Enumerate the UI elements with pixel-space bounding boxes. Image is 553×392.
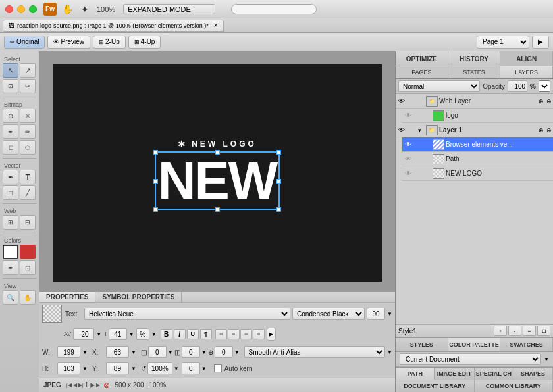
pct-arrow[interactable]: ▼ — [151, 331, 157, 337]
tracking-arrow[interactable]: ▼ — [96, 331, 101, 337]
paint-bucket-tool[interactable]: ⊡ — [20, 260, 36, 275]
next-frame-btn[interactable]: |▶ — [90, 382, 95, 388]
last-frame-btn[interactable]: ▶| — [96, 382, 101, 388]
opacity-value[interactable]: 100 — [508, 80, 527, 92]
hotspot-tool[interactable]: ⊞ — [3, 215, 18, 230]
eraser-tool[interactable]: ◻ — [3, 140, 18, 155]
rect-tool[interactable]: □ — [3, 185, 18, 200]
first-frame-btn[interactable]: |◀ — [66, 382, 72, 388]
brush-tool[interactable]: ✒ — [3, 124, 18, 139]
w-input[interactable]: 199 — [57, 346, 80, 358]
layers-subtab[interactable]: LAYERS — [500, 66, 553, 78]
stop-btn[interactable]: ⊗ — [103, 381, 110, 390]
duplicate-style-btn[interactable]: ⊡ — [537, 326, 550, 336]
layer-options-icon[interactable]: ⊕ — [539, 98, 544, 105]
rotate-input[interactable]: 100% — [147, 362, 172, 374]
x-arrow[interactable]: ▼ — [131, 349, 136, 355]
handle-ml[interactable] — [153, 179, 158, 184]
color-palette-arrow[interactable]: ▼ — [544, 356, 549, 362]
layer-eye-browser[interactable]: 👁 — [404, 140, 413, 149]
h-arrow[interactable]: ▼ — [82, 366, 88, 372]
magic-wand-tool[interactable]: ✳ — [20, 109, 36, 123]
more-text-btn[interactable]: ▶ — [267, 328, 276, 341]
slice-tool[interactable]: ⊟ — [20, 215, 36, 230]
document-library-tab[interactable]: DOCUMENT LIBRARY — [396, 380, 475, 392]
black-canvas[interactable]: ✱ NEW LOGO — [53, 64, 382, 282]
antialias-select[interactable]: Smooth Anti-Alias — [244, 346, 385, 358]
styles-tab[interactable]: STYLES — [396, 338, 448, 351]
fill-color[interactable] — [20, 245, 36, 259]
zoom-tool[interactable]: 🔍 — [3, 290, 18, 305]
layer-item-logo[interactable]: 👁 logo — [402, 109, 553, 123]
layer-item-path[interactable]: 👁 Path — [402, 152, 553, 166]
play-btn[interactable]: ▶| — [78, 382, 84, 388]
leading-arrow[interactable]: ▼ — [129, 331, 134, 337]
file-tab[interactable]: 🖼 reaction-logo-source.png : Page 1 @ 10… — [3, 20, 224, 32]
common-library-tab[interactable]: COMMON LIBRARY — [475, 380, 554, 392]
layer-item-layer1[interactable]: 👁 ▾ 📁 Layer 1 ⊕ ⊗ — [396, 123, 553, 137]
leading-input[interactable]: 41 — [109, 328, 127, 340]
layer1-delete-icon[interactable]: ⊗ — [546, 127, 552, 134]
current-doc-select[interactable]: Current Document — [400, 353, 541, 365]
scale-input[interactable]: 0 — [215, 346, 233, 358]
offset-input[interactable]: 0 — [182, 362, 200, 374]
layer-expand-layer1[interactable]: ▾ — [418, 127, 425, 134]
optimize-tab[interactable]: OPTIMIZE — [396, 51, 448, 66]
blend-mode-select[interactable]: Normal — [398, 80, 480, 92]
opacity-stepper[interactable] — [539, 80, 550, 92]
align-tab[interactable]: ALIGN — [500, 51, 553, 66]
para-btn[interactable]: ¶ — [200, 329, 212, 339]
font-size-input[interactable]: 90 — [367, 308, 385, 320]
tracking-input[interactable]: -20 — [73, 328, 94, 340]
underline-btn[interactable]: U — [187, 329, 199, 339]
w-arrow[interactable]: ▼ — [82, 349, 88, 355]
crop-tool[interactable]: ✂ — [20, 79, 36, 93]
x-input[interactable]: 63 — [106, 346, 129, 358]
hand-tool[interactable]: ✋ — [20, 290, 36, 305]
pad2-arrow[interactable]: ▼ — [201, 349, 207, 355]
eyedropper-tool[interactable]: ✒ — [3, 260, 18, 275]
handle-tl[interactable] — [153, 150, 158, 155]
pen-tool[interactable]: ✒ — [3, 170, 18, 184]
mode-select[interactable]: EXPANDED MODE — [123, 4, 215, 14]
align-center-btn[interactable]: ≡ — [228, 329, 240, 339]
align-left-btn[interactable]: ≡ — [215, 329, 227, 339]
select-tool[interactable]: ↖ — [3, 63, 18, 78]
new-text-block[interactable]: NEW — [158, 155, 277, 207]
preview-view-btn[interactable]: 👁 Preview — [47, 36, 90, 49]
pad1-arrow[interactable]: ▼ — [168, 349, 173, 355]
font-select[interactable]: Helvetica Neue — [84, 308, 290, 320]
y-input[interactable]: 89 — [106, 362, 129, 374]
pointer-icon[interactable]: ✦ — [81, 4, 89, 14]
layer-item-new-logo[interactable]: 👁 NEW LOGO — [402, 166, 553, 181]
hand-tool-icon[interactable]: ✋ — [62, 4, 73, 14]
pad2-input[interactable]: 0 — [182, 346, 200, 358]
font-size-arrow-down[interactable]: ▼ — [387, 311, 392, 317]
layer-eye-icon[interactable]: 👁 — [397, 97, 406, 106]
twoup-view-btn[interactable]: ⊟ 2-Up — [93, 36, 126, 49]
handle-tr[interactable] — [276, 150, 281, 155]
pct-input[interactable]: % — [136, 328, 149, 340]
pencil-tool[interactable]: ✏ — [20, 124, 36, 139]
minimize-button[interactable] — [17, 5, 25, 13]
search-input[interactable] — [231, 4, 317, 14]
layer-delete-icon[interactable]: ⊗ — [546, 98, 552, 105]
line-tool[interactable]: ╱ — [20, 185, 36, 200]
shapes-tab[interactable]: SHAPES — [514, 368, 553, 380]
font-style-select[interactable]: Condensed Black — [292, 308, 365, 320]
layer-item-browser-elements[interactable]: 👁 Browser elements ve... — [402, 137, 553, 152]
align-right-btn[interactable]: ≡ — [240, 329, 252, 339]
handle-tm[interactable] — [215, 150, 220, 155]
stroke-color[interactable] — [3, 245, 18, 259]
lasso-tool[interactable]: ⊙ — [3, 109, 18, 123]
prev-frame-btn[interactable]: ◀ — [73, 382, 77, 388]
bold-btn[interactable]: B — [161, 329, 172, 339]
tab-close-icon[interactable]: × — [214, 22, 218, 29]
properties-tab[interactable]: PROPERTIES — [40, 292, 95, 302]
options-style-btn[interactable]: ≡ — [523, 326, 536, 336]
handle-br[interactable] — [276, 207, 281, 212]
align-justify-btn[interactable]: ≡ — [253, 329, 265, 339]
handle-mr[interactable] — [276, 179, 281, 184]
scale-tool[interactable]: ⊡ — [3, 79, 18, 93]
scale-arrow[interactable]: ▼ — [234, 349, 240, 355]
